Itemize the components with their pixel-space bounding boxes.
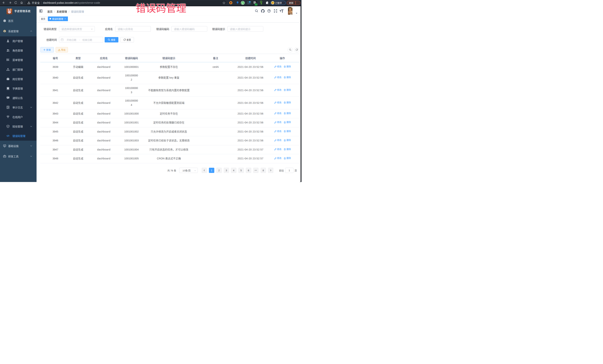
svg-text:on: on <box>255 4 257 6</box>
